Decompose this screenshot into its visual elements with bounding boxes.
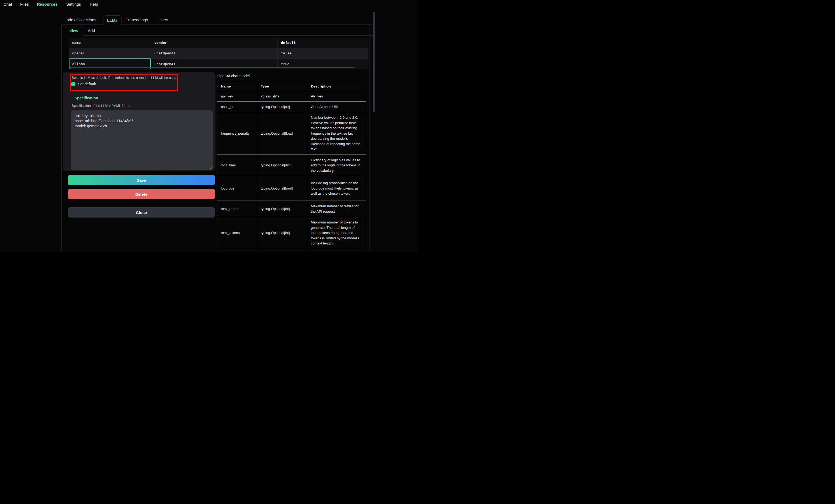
llm-cell: ChatOpenAI [151, 48, 278, 58]
nav-item-settings[interactable]: Settings [66, 2, 81, 6]
page-vertical-scrollbar[interactable] [373, 12, 375, 112]
llm-list-table: name vendor default openaiChatOpenAIfals… [69, 38, 368, 69]
doc-cell: Maximum number of tokens to generate. Th… [307, 217, 366, 249]
nav-item-files[interactable]: Files [20, 2, 29, 6]
llm-header-vendor: vendor [151, 38, 278, 48]
default-note-text: Set this LLM as default. If no default i… [72, 76, 177, 80]
doc-cell: Dictionary of logit bias values to add t… [307, 154, 366, 176]
set-default-checkbox[interactable]: ✓ [72, 82, 76, 86]
doc-cell: API key [307, 91, 366, 102]
doc-cell: frequency_penalty [217, 112, 257, 155]
set-default-label[interactable]: Set default [78, 82, 96, 86]
doc-cell: Maximum number of retries for the API re… [307, 201, 366, 217]
doc-cell: typing.Optional[dict] [257, 154, 307, 176]
doc-cell: <class 'str'> [257, 91, 307, 102]
yaml-spec-textarea[interactable]: api_key: ollama base_url: http://localho… [71, 110, 213, 170]
save-button[interactable]: Save [68, 175, 215, 185]
tab-embeddings[interactable]: Embeddings [125, 15, 148, 24]
doc-row-base_url: base_urltyping.Optional[str]OpenAI base … [217, 102, 366, 112]
doc-cell: typing.Optional[int] [257, 201, 307, 217]
doc-row-api_key: api_key<class 'str'>API key [217, 91, 366, 102]
doc-header-name: Name [217, 81, 257, 91]
nav-item-help[interactable]: Help [90, 2, 98, 6]
check-icon: ✓ [72, 83, 74, 86]
specification-heading: Specification [75, 96, 98, 100]
tab-users[interactable]: Users [158, 15, 168, 24]
sub-tabs-divider [65, 35, 374, 36]
model-doc-table: Name Type Description api_key<class 'str… [217, 81, 366, 252]
close-button[interactable]: Close [68, 207, 215, 217]
specification-caption: Specification of the LLM in YAML format [72, 104, 131, 108]
doc-row-logit_bias: logit_biastyping.Optional[dict]Dictionar… [217, 154, 366, 176]
doc-row-max_tokens: max_tokenstyping.Optional[int]Maximum nu… [217, 217, 366, 249]
doc-cell: api_key [217, 91, 257, 102]
doc-cell: logprobs [217, 176, 257, 201]
table-horizontal-scrollbar[interactable] [69, 67, 354, 68]
llm-cell: openai [69, 48, 151, 58]
subtab-view[interactable]: View [65, 26, 83, 36]
llm-row-openai[interactable]: openaiChatOpenAIfalse [69, 48, 368, 58]
llm-cell: false [278, 48, 368, 58]
tab-llms[interactable]: LLMs [103, 15, 121, 25]
subtab-add[interactable]: Add [88, 26, 95, 35]
doc-cell: base_url [217, 102, 257, 112]
doc-cell: logit_bias [217, 154, 257, 176]
doc-cell: Include log probabilities on the logprob… [307, 176, 366, 201]
llm-header-name: name [69, 38, 151, 48]
doc-row-frequency_penalty: frequency_penaltytyping.Optional[float]N… [217, 112, 366, 155]
doc-cell: typing.Optional[int] [257, 217, 307, 249]
tab-index-collections[interactable]: Index Collections [65, 15, 96, 24]
doc-cell: max_tokens [217, 217, 257, 249]
nav-item-resources[interactable]: Resources [37, 2, 58, 6]
doc-row-max_retries: max_retriestyping.Optional[int]Maximum n… [217, 201, 366, 217]
llm-header-default: default [278, 38, 368, 48]
doc-cell: typing.Optional[bool] [257, 176, 307, 201]
llm-table-header: name vendor default [69, 38, 368, 48]
app-root: Chat Files Resources Settings Help Index… [0, 0, 418, 252]
panel-left-border-outer [61, 24, 62, 251]
doc-cell: Number between -2.0 and 2.0. Positive va… [307, 112, 366, 155]
llm-detail-card: Set this LLM as default. If no default i… [63, 72, 216, 171]
delete-button[interactable]: Delete [68, 189, 215, 199]
doc-cell: typing.Optional[str] [257, 102, 307, 112]
doc-row-logprobs: logprobstyping.Optional[bool]Include log… [217, 176, 366, 201]
doc-header-description: Description [307, 81, 366, 91]
doc-cell: OpenAI base URL [307, 102, 366, 112]
doc-row-clipped [217, 249, 366, 252]
doc-header-row: Name Type Description [217, 81, 366, 91]
subtab-view-label: View [69, 29, 78, 33]
nav-item-chat[interactable]: Chat [3, 2, 12, 6]
doc-cell: max_retries [217, 201, 257, 217]
doc-header-type: Type [257, 81, 307, 91]
tab-llms-label: LLMs [107, 18, 118, 23]
model-doc-title: OpenAI chat model [217, 74, 250, 78]
panel-right-border [369, 24, 370, 251]
doc-cell: typing.Optional[float] [257, 112, 307, 155]
